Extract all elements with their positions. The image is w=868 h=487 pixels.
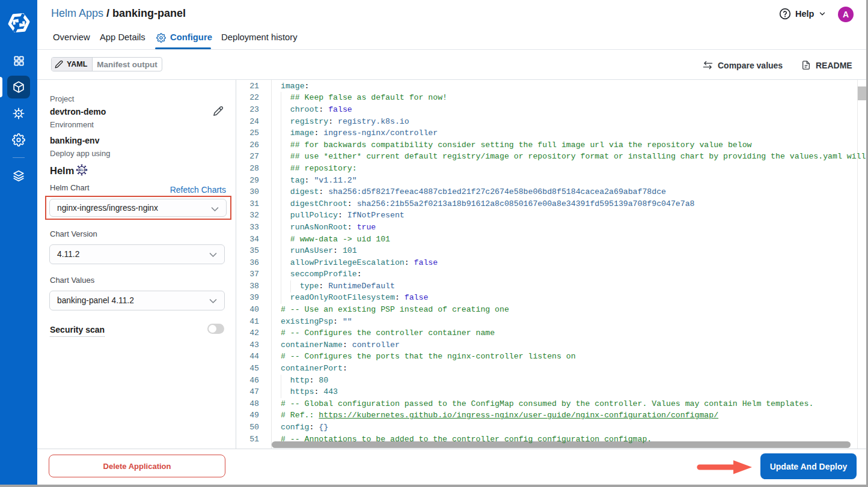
svg-text:HELM: HELM (77, 168, 87, 172)
